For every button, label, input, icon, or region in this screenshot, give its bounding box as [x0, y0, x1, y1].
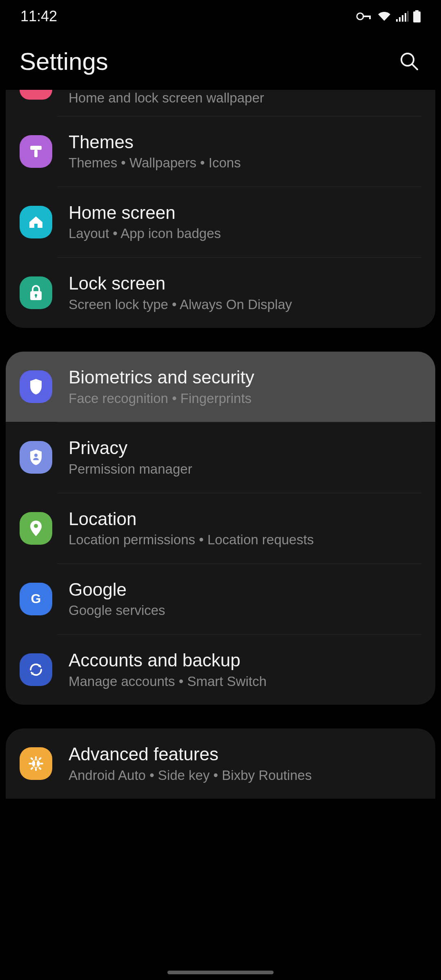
- svg-rect-2: [369, 16, 371, 19]
- svg-rect-28: [30, 767, 33, 770]
- item-wallpaper[interactable]: Home and lock screen wallpaper: [6, 90, 435, 116]
- themes-icon: [20, 135, 52, 168]
- home-icon: [20, 206, 52, 238]
- item-subtitle: Themes • Wallpapers • Icons: [69, 155, 241, 171]
- item-subtitle: Manage accounts • Smart Switch: [69, 673, 267, 690]
- settings-group-security: Biometrics and security Face recognition…: [6, 352, 435, 705]
- search-button[interactable]: [397, 49, 421, 74]
- svg-rect-8: [415, 10, 419, 11]
- battery-icon: [413, 10, 421, 22]
- lock-icon: [20, 276, 52, 309]
- svg-rect-31: [34, 766, 38, 767]
- item-title: Lock screen: [69, 273, 292, 294]
- svg-rect-3: [396, 19, 398, 22]
- svg-rect-22: [35, 768, 37, 771]
- google-icon: G: [20, 583, 52, 615]
- svg-line-11: [412, 64, 417, 69]
- svg-point-0: [357, 13, 363, 20]
- svg-rect-9: [413, 11, 421, 22]
- svg-point-18: [34, 524, 38, 528]
- location-pin-icon: [20, 512, 52, 545]
- status-bar: 11:42: [0, 0, 441, 33]
- status-time: 11:42: [20, 8, 57, 25]
- item-accounts-backup[interactable]: Accounts and backup Manage accounts • Sm…: [6, 635, 435, 705]
- item-title: Google: [69, 579, 165, 600]
- app-header: Settings: [0, 33, 441, 90]
- item-location[interactable]: Location Location permissions • Location…: [6, 493, 435, 564]
- privacy-shield-icon: [20, 441, 52, 474]
- svg-rect-6: [405, 13, 406, 22]
- item-subtitle: Permission manager: [69, 461, 192, 477]
- svg-rect-24: [40, 763, 43, 764]
- item-privacy[interactable]: Privacy Permission manager: [6, 422, 435, 492]
- item-title: Accounts and backup: [69, 650, 267, 671]
- shield-icon: [20, 370, 52, 403]
- item-title: Advanced features: [69, 744, 312, 765]
- svg-rect-25: [30, 757, 33, 760]
- item-subtitle: Screen lock type • Always On Display: [69, 296, 292, 313]
- svg-rect-29: [34, 760, 38, 762]
- item-home-screen[interactable]: Home screen Layout • App icon badges: [6, 187, 435, 257]
- svg-rect-16: [36, 295, 37, 298]
- item-title: Privacy: [69, 438, 192, 459]
- settings-group-display: Home and lock screen wallpaper Themes Th…: [6, 90, 435, 328]
- svg-text:G: G: [31, 591, 41, 606]
- item-google[interactable]: G Google Google services: [6, 564, 435, 634]
- item-subtitle: Face recognition • Fingerprints: [69, 390, 254, 407]
- svg-rect-13: [34, 150, 38, 157]
- svg-rect-21: [35, 756, 37, 760]
- item-title: Location: [69, 509, 314, 530]
- item-biometrics[interactable]: Biometrics and security Face recognition…: [6, 352, 435, 422]
- item-title: Home screen: [69, 203, 221, 223]
- item-subtitle: Layout • App icon badges: [69, 225, 221, 242]
- svg-point-17: [34, 454, 38, 457]
- item-title: Themes: [69, 132, 241, 153]
- home-indicator[interactable]: [167, 971, 274, 974]
- item-lock-screen[interactable]: Lock screen Screen lock type • Always On…: [6, 258, 435, 328]
- svg-rect-26: [38, 767, 42, 770]
- item-subtitle: Android Auto • Side key • Bixby Routines: [69, 767, 312, 784]
- page-title: Settings: [20, 47, 108, 76]
- settings-group-advanced: Advanced features Android Auto • Side ke…: [6, 728, 435, 799]
- svg-rect-27: [38, 757, 42, 760]
- status-icons: [356, 10, 421, 22]
- sync-icon: [20, 653, 52, 686]
- svg-rect-5: [402, 15, 403, 22]
- svg-rect-4: [399, 17, 401, 22]
- signal-icon: [396, 11, 408, 22]
- advanced-gear-icon: [20, 747, 52, 780]
- item-subtitle: Google services: [69, 602, 165, 619]
- search-icon: [399, 51, 420, 72]
- item-advanced-features[interactable]: Advanced features Android Auto • Side ke…: [6, 728, 435, 799]
- item-title: Biometrics and security: [69, 367, 254, 388]
- item-themes[interactable]: Themes Themes • Wallpapers • Icons: [6, 116, 435, 187]
- item-subtitle: Location permissions • Location requests: [69, 532, 314, 548]
- svg-rect-12: [30, 146, 42, 150]
- svg-rect-7: [408, 11, 408, 22]
- svg-rect-23: [29, 763, 32, 764]
- item-subtitle: Home and lock screen wallpaper: [69, 90, 264, 106]
- wallpaper-icon: [20, 90, 52, 100]
- vpn-key-icon: [356, 11, 372, 21]
- wifi-icon: [377, 11, 391, 22]
